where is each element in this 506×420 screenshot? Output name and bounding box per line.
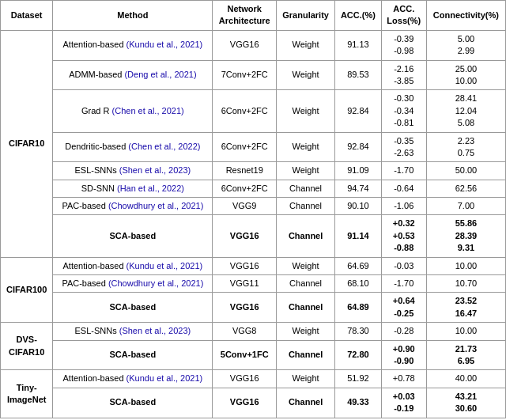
method-cell: SCA-based: [53, 340, 213, 370]
architecture-cell: 5Conv+1FC: [213, 340, 277, 370]
acc-loss-cell: -0.64: [381, 180, 426, 197]
architecture-cell: VGG16: [213, 215, 277, 257]
granularity-cell: Channel: [277, 180, 335, 197]
architecture-cell: VGG16: [213, 293, 277, 323]
method-cell: PAC-based (Chowdhury et al., 2021): [53, 198, 213, 215]
acc-cell: 94.74: [335, 180, 382, 197]
table-row: Tiny- ImageNetAttention-based (Kundu et …: [1, 370, 506, 388]
granularity-cell: Weight: [277, 30, 335, 60]
method-cell: SCA-based: [53, 388, 213, 418]
dataset-cell: DVS- CIFAR10: [1, 323, 53, 370]
acc-loss-cell: -1.70: [381, 275, 426, 293]
acc-loss-cell: -0.35 -2.63: [381, 132, 426, 162]
method-cell: Dendritic-based (Chen et al., 2022): [53, 132, 213, 162]
granularity-cell: Weight: [277, 90, 335, 132]
architecture-cell: VGG16: [213, 257, 277, 274]
method-cell: ADMM-based (Deng et al., 2021): [53, 60, 213, 90]
acc-loss-cell: +0.90 -0.90: [381, 340, 426, 370]
connectivity-cell: 5.00 2.99: [426, 30, 505, 60]
connectivity-cell: 62.56: [426, 180, 505, 197]
acc-cell: 49.33: [335, 388, 382, 418]
header-dataset: Dataset: [1, 1, 53, 31]
acc-cell: 72.80: [335, 340, 382, 370]
acc-loss-cell: -0.28: [381, 323, 426, 340]
dataset-cell: CIFAR100: [1, 257, 53, 323]
header-network-architecture: Network Architecture: [213, 1, 277, 31]
granularity-cell: Weight: [277, 323, 335, 340]
acc-loss-cell: -1.06: [381, 198, 426, 215]
table-row: SD-SNN (Han et al., 2022)6Conv+2FCChanne…: [1, 180, 506, 197]
table-row: CIFAR10Attention-based (Kundu et al., 20…: [1, 30, 506, 60]
connectivity-cell: 43.21 30.60: [426, 388, 505, 418]
architecture-cell: VGG9: [213, 198, 277, 215]
acc-loss-cell: -0.39 -0.98: [381, 30, 426, 60]
connectivity-cell: 10.00: [426, 323, 505, 340]
table-row: DVS- CIFAR10ESL-SNNs (Shen et al., 2023)…: [1, 323, 506, 340]
method-cell: Attention-based (Kundu et al., 2021): [53, 257, 213, 274]
acc-loss-cell: +0.78: [381, 370, 426, 388]
method-cell: SCA-based: [53, 293, 213, 323]
architecture-cell: 7Conv+2FC: [213, 60, 277, 90]
granularity-cell: Channel: [277, 275, 335, 293]
acc-cell: 51.92: [335, 370, 382, 388]
architecture-cell: Resnet19: [213, 162, 277, 180]
connectivity-cell: 28.41 12.04 5.08: [426, 90, 505, 132]
granularity-cell: Channel: [277, 340, 335, 370]
granularity-cell: Weight: [277, 132, 335, 162]
connectivity-cell: 55.86 28.39 9.31: [426, 215, 505, 257]
acc-cell: 89.53: [335, 60, 382, 90]
connectivity-cell: 21.73 6.95: [426, 340, 505, 370]
connectivity-cell: 25.00 10.00: [426, 60, 505, 90]
granularity-cell: Weight: [277, 370, 335, 388]
method-cell: Attention-based (Kundu et al., 2021): [53, 370, 213, 388]
acc-cell: 68.10: [335, 275, 382, 293]
granularity-cell: Weight: [277, 257, 335, 274]
architecture-cell: 6Conv+2FC: [213, 180, 277, 197]
granularity-cell: Channel: [277, 198, 335, 215]
acc-loss-cell: +0.64 -0.25: [381, 293, 426, 323]
header-acc: ACC.(%): [335, 1, 382, 31]
acc-cell: 64.69: [335, 257, 382, 274]
granularity-cell: Channel: [277, 388, 335, 418]
table-row: PAC-based (Chowdhury et al., 2021)VGG9Ch…: [1, 198, 506, 215]
acc-cell: 91.09: [335, 162, 382, 180]
acc-cell: 91.13: [335, 30, 382, 60]
table-row: Dendritic-based (Chen et al., 2022)6Conv…: [1, 132, 506, 162]
architecture-cell: VGG16: [213, 30, 277, 60]
table-row: SCA-based5Conv+1FCChannel72.80+0.90 -0.9…: [1, 340, 506, 370]
table-row: SCA-basedVGG16Channel64.89+0.64 -0.2523.…: [1, 293, 506, 323]
acc-cell: 92.84: [335, 90, 382, 132]
acc-cell: 91.14: [335, 215, 382, 257]
table-row: CIFAR100Attention-based (Kundu et al., 2…: [1, 257, 506, 274]
acc-cell: 90.10: [335, 198, 382, 215]
granularity-cell: Channel: [277, 293, 335, 323]
table-row: SCA-basedVGG16Channel49.33+0.03 -0.1943.…: [1, 388, 506, 418]
granularity-cell: Weight: [277, 60, 335, 90]
header-acc-loss: ACC. Loss(%): [381, 1, 426, 31]
connectivity-cell: 10.00: [426, 257, 505, 274]
header-granularity: Granularity: [277, 1, 335, 31]
dataset-cell: Tiny- ImageNet: [1, 370, 53, 418]
method-cell: Attention-based (Kundu et al., 2021): [53, 30, 213, 60]
architecture-cell: VGG8: [213, 323, 277, 340]
connectivity-cell: 23.52 16.47: [426, 293, 505, 323]
connectivity-cell: 50.00: [426, 162, 505, 180]
header-method: Method: [53, 1, 213, 31]
connectivity-cell: 10.70: [426, 275, 505, 293]
architecture-cell: 6Conv+2FC: [213, 90, 277, 132]
table-row: ESL-SNNs (Shen et al., 2023)Resnet19Weig…: [1, 162, 506, 180]
table-row: Grad R (Chen et al., 2021)6Conv+2FCWeigh…: [1, 90, 506, 132]
connectivity-cell: 7.00: [426, 198, 505, 215]
table-row: ADMM-based (Deng et al., 2021)7Conv+2FCW…: [1, 60, 506, 90]
acc-cell: 78.30: [335, 323, 382, 340]
acc-cell: 64.89: [335, 293, 382, 323]
acc-loss-cell: -0.30 -0.34 -0.81: [381, 90, 426, 132]
method-cell: SCA-based: [53, 215, 213, 257]
acc-loss-cell: +0.03 -0.19: [381, 388, 426, 418]
method-cell: Grad R (Chen et al., 2021): [53, 90, 213, 132]
acc-cell: 92.84: [335, 132, 382, 162]
table-row: PAC-based (Chowdhury et al., 2021)VGG11C…: [1, 275, 506, 293]
table-row: SCA-basedVGG16Channel91.14+0.32 +0.53 -0…: [1, 215, 506, 257]
architecture-cell: VGG16: [213, 388, 277, 418]
granularity-cell: Channel: [277, 215, 335, 257]
